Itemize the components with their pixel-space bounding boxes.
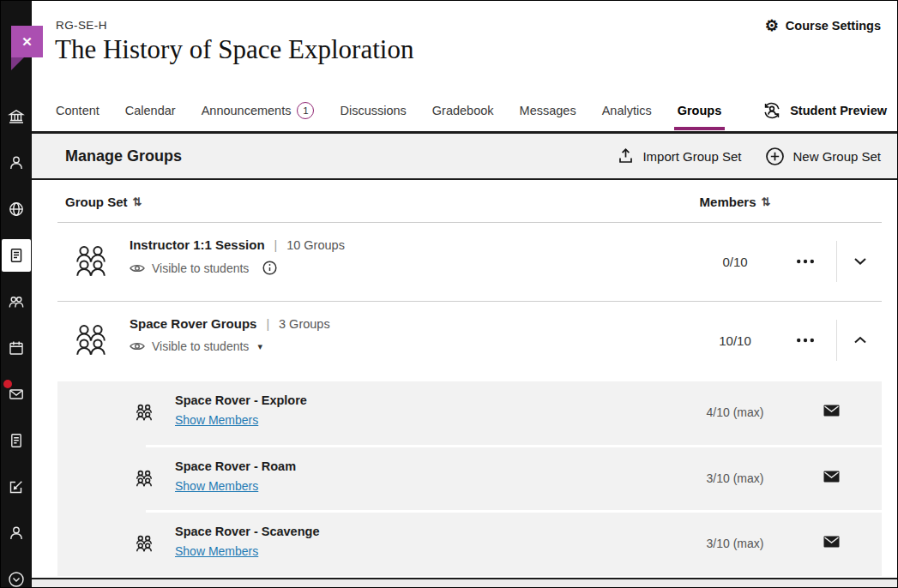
close-course-button[interactable]: ✕: [11, 26, 43, 57]
group-members-count: 4/10 (max): [662, 405, 808, 419]
envelope-filled-icon: [823, 471, 840, 483]
import-group-set-button[interactable]: Import Group Set: [617, 147, 741, 165]
tab-groups[interactable]: Groups: [678, 104, 722, 117]
tab-messages[interactable]: Messages: [520, 104, 576, 117]
new-group-set-label: New Group Set: [793, 149, 881, 164]
group-set-row: Instructor 1:1 Session | 10 Groups Visib…: [32, 223, 897, 301]
group-set-name[interactable]: Instructor 1:1 Session: [130, 237, 265, 252]
sort-icon[interactable]: ⇅: [133, 195, 142, 208]
unread-badge: [3, 380, 12, 388]
separator: |: [274, 238, 278, 252]
sidebar-item-sign-out[interactable]: [1, 510, 32, 556]
tab-discussions[interactable]: Discussions: [340, 104, 406, 117]
main-area: RG-SE-H The History of Space Exploration…: [32, 1, 897, 587]
group-set-name[interactable]: Space Rover Groups: [130, 316, 256, 331]
sidebar-item-activity-stream[interactable]: [1, 186, 32, 232]
sidebar-item-help[interactable]: [1, 556, 32, 588]
email-group-button[interactable]: [823, 405, 840, 417]
student-preview-icon: [762, 101, 782, 120]
sidebar-item-institution[interactable]: [1, 93, 32, 140]
group-set-icon: [71, 243, 111, 280]
group-name: Space Rover - Scavenge: [175, 525, 319, 538]
tab-label: Gradebook: [432, 104, 494, 117]
members-column-header: Members ⇅: [662, 195, 808, 209]
sidebar-item-calendar[interactable]: [1, 325, 32, 371]
members-header-label: Members: [700, 195, 756, 209]
group-name: Space Rover - Explore: [175, 393, 307, 407]
close-icon: ✕: [21, 34, 33, 50]
info-icon[interactable]: [262, 261, 277, 275]
tab-label: Analytics: [602, 104, 652, 117]
sidebar-item-tools[interactable]: [1, 464, 32, 510]
separator: |: [266, 317, 269, 331]
tab-gradebook[interactable]: Gradebook: [432, 104, 494, 117]
group-members-count: 3/10 (max): [662, 537, 808, 550]
tab-announcements[interactable]: Announcements 1: [202, 102, 315, 119]
expanded-groups-panel: Space Rover - Explore Show Members 4/10 …: [57, 381, 882, 576]
sidebar-item-profile[interactable]: [1, 140, 32, 186]
course-settings-label: Course Settings: [786, 19, 881, 33]
group-row: Space Rover - Scavenge Show Members 3/10…: [57, 513, 882, 576]
tab-analytics[interactable]: Analytics: [602, 104, 652, 117]
group-set-header-label: Group Set: [65, 195, 128, 209]
group-name: Space Rover - Roam: [175, 459, 296, 473]
group-set-row: Space Rover Groups | 3 Groups Visible to…: [32, 302, 897, 379]
plus-circle-icon: [765, 147, 785, 166]
visibility-control[interactable]: Visible to students: [130, 261, 345, 275]
visibility-dropdown[interactable]: Visible to students ▾: [130, 339, 330, 353]
new-group-set-button[interactable]: New Group Set: [765, 147, 881, 166]
email-group-button[interactable]: [823, 536, 840, 548]
courses-icon: [2, 239, 31, 272]
institution-icon: [2, 100, 31, 133]
course-nav: Content Calendar Announcements 1 Discuss…: [32, 89, 897, 134]
sidebar-item-messages[interactable]: [1, 371, 32, 417]
caret-down-icon: ▾: [257, 341, 262, 352]
student-preview-label: Student Preview: [790, 104, 887, 117]
show-members-link[interactable]: Show Members: [175, 413, 258, 427]
sort-icon[interactable]: ⇅: [761, 195, 770, 208]
tab-label: Content: [56, 104, 99, 117]
overflow-menu-button[interactable]: [787, 330, 824, 351]
upload-icon: [617, 147, 635, 165]
calendar-icon: [2, 332, 31, 364]
group-set-info: Instructor 1:1 Session | 10 Groups Visib…: [130, 237, 345, 275]
group-set-column-header: Group Set ⇅: [65, 195, 142, 209]
collapse-row-button[interactable]: [836, 320, 883, 361]
manage-groups-bar: Manage Groups Import Group Set New Group…: [32, 134, 897, 180]
tab-label: Messages: [520, 104, 576, 117]
circle-chevron-icon: [2, 563, 31, 588]
group-row: Space Rover - Explore Show Members 4/10 …: [57, 381, 882, 445]
eye-icon: [130, 263, 145, 273]
course-settings-button[interactable]: ⚙ Course Settings: [765, 18, 881, 33]
show-members-link[interactable]: Show Members: [175, 479, 258, 493]
sidebar-item-organizations[interactable]: [1, 279, 32, 325]
sidebar-item-grades[interactable]: [1, 417, 32, 464]
group-count: 10 Groups: [286, 238, 345, 252]
group-count: 3 Groups: [279, 317, 330, 331]
group-set-icon: [71, 321, 111, 359]
manage-groups-title: Manage Groups: [65, 147, 182, 165]
next-row-edge: [32, 578, 897, 587]
group-set-info: Space Rover Groups | 3 Groups Visible to…: [130, 316, 330, 353]
group-icon: [134, 469, 154, 489]
expand-row-button[interactable]: [836, 241, 883, 282]
sidebar: [1, 1, 32, 587]
group-icon: [134, 403, 154, 423]
show-members-link[interactable]: Show Members: [175, 544, 258, 558]
manage-actions: Import Group Set New Group Set: [617, 147, 897, 166]
envelope-filled-icon: [823, 536, 840, 548]
visibility-label: Visible to students: [152, 261, 249, 275]
tab-calendar[interactable]: Calendar: [125, 104, 176, 117]
group-row: Space Rover - Roam Show Members 3/10 (ma…: [57, 447, 882, 510]
app-window: ✕ RG-SE-H The History of Space Explorati…: [0, 0, 898, 588]
tab-content[interactable]: Content: [56, 104, 99, 117]
student-preview-button[interactable]: Student Preview: [762, 101, 897, 120]
sidebar-item-courses[interactable]: [1, 232, 32, 279]
email-group-button[interactable]: [823, 471, 840, 483]
overflow-menu-button[interactable]: [787, 251, 824, 272]
group-members-count: 3/10 (max): [662, 471, 808, 485]
document-icon: [2, 424, 31, 457]
close-ribbon-fold: [11, 57, 24, 70]
chevron-up-icon: [853, 336, 867, 345]
people-icon: [2, 285, 31, 318]
